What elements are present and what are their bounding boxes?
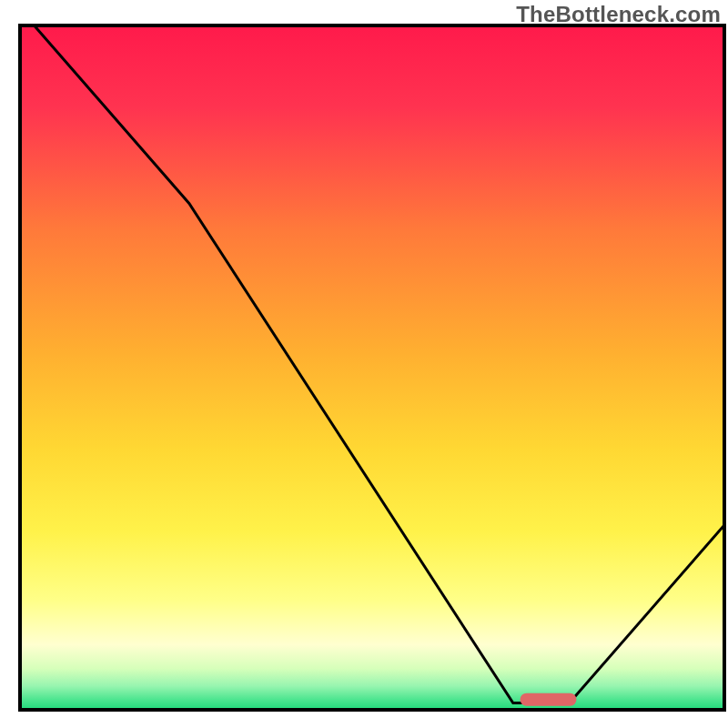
watermark-text: TheBottleneck.com bbox=[516, 2, 721, 27]
bottleneck-chart bbox=[0, 0, 728, 728]
optimal-point-marker bbox=[521, 693, 577, 706]
chart-container: TheBottleneck.com bbox=[0, 0, 728, 728]
gradient-background bbox=[20, 25, 724, 710]
